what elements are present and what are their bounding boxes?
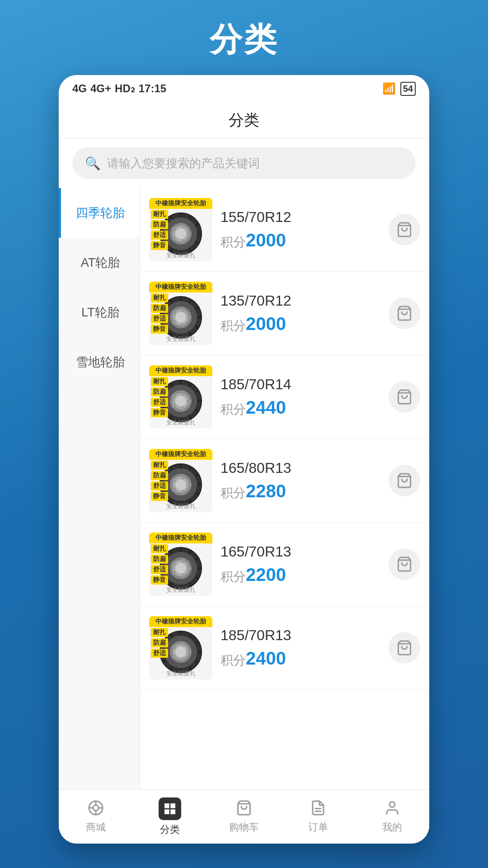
product-tag: 防扁 — [151, 555, 168, 564]
product-tag: 静音 — [151, 576, 168, 585]
sidebar: 四季轮胎AT轮胎LT轮胎雪地轮胎 — [59, 188, 140, 789]
product-name: 185/70R13 — [221, 627, 380, 644]
product-info: 155/70R12 积分2000 — [221, 209, 380, 251]
cart-nav-icon — [236, 800, 252, 818]
product-bottom-label: 安全耐磨扎 — [149, 419, 212, 427]
outer-page-title: 分类 — [210, 18, 278, 61]
nav-label-category: 分类 — [160, 823, 180, 836]
product-price-value: 2000 — [246, 230, 286, 250]
product-tag-list: 耐扎防扁舒适静音 — [151, 544, 168, 585]
product-info: 185/70R14 积分2440 — [221, 376, 380, 418]
product-tag: 静音 — [151, 241, 168, 250]
sidebar-item-lt[interactable]: LT轮胎 — [59, 288, 140, 337]
product-name: 135/70R12 — [221, 292, 380, 309]
product-tag: 耐扎 — [151, 544, 168, 553]
product-price: 积分2000 — [221, 230, 380, 251]
nav-item-category[interactable]: 分类 — [133, 797, 207, 836]
product-item: 中橡狼牌安全轮胎 耐扎防扁舒适静音 安全耐磨扎 165/70R13 积分2200 — [140, 523, 429, 606]
product-item: 中橡狼牌安全轮胎 耐扎防扁舒适 安全耐磨扎 185/70R13 积分2400 — [140, 606, 429, 690]
add-to-cart-button[interactable] — [389, 297, 420, 329]
svg-rect-145 — [170, 803, 175, 808]
signal-1: 4G — [72, 82, 87, 95]
product-tag: 舒适 — [151, 649, 168, 658]
add-to-cart-button[interactable] — [389, 214, 420, 245]
product-price-value: 2000 — [246, 314, 286, 334]
hd-indicator: HD₂ — [115, 82, 135, 95]
add-to-cart-button[interactable] — [389, 381, 420, 413]
product-tag: 耐扎 — [151, 377, 168, 386]
svg-point-139 — [93, 805, 99, 811]
product-top-label: 中橡狼牌安全轮胎 — [149, 616, 212, 627]
product-tag: 静音 — [151, 408, 168, 417]
product-price-value: 2280 — [246, 481, 286, 501]
svg-point-27 — [175, 312, 186, 323]
product-price: 积分2440 — [221, 397, 380, 418]
product-image: 中橡狼牌安全轮胎 耐扎防扁舒适静音 安全耐磨扎 — [149, 365, 212, 429]
order-nav-icon — [310, 800, 326, 818]
product-tag: 防扁 — [151, 638, 168, 647]
time: 17:15 — [139, 82, 166, 95]
product-list: 中橡狼牌安全轮胎 耐扎防扁舒适静音 安全耐磨扎 155/70R12 积分2000 — [140, 188, 429, 789]
sidebar-item-all-season[interactable]: 四季轮胎 — [59, 188, 140, 238]
add-to-cart-button[interactable] — [389, 632, 420, 664]
nav-item-order[interactable]: 订单 — [281, 800, 355, 834]
svg-rect-144 — [164, 803, 169, 808]
product-item: 中橡狼牌安全轮胎 耐扎防扁舒适静音 安全耐磨扎 155/70R12 积分2000 — [140, 188, 429, 272]
product-info: 165/70R13 积分2200 — [221, 543, 380, 585]
product-info: 185/70R13 积分2400 — [221, 627, 380, 669]
product-price: 积分2280 — [221, 481, 380, 502]
nav-item-mine[interactable]: 我的 — [355, 800, 429, 834]
product-tag: 防扁 — [151, 220, 168, 229]
nav-item-cart[interactable]: 购物车 — [207, 800, 281, 834]
status-bar: 4G 4G+ HD₂ 17:15 📶 54 — [59, 75, 429, 102]
shop-nav-icon — [88, 800, 104, 818]
product-tag: 舒适 — [151, 314, 168, 323]
search-bar[interactable]: 🔍 请输入您要搜索的产品关键词 — [72, 147, 416, 179]
product-tag: 防扁 — [151, 304, 168, 313]
search-container: 🔍 请输入您要搜索的产品关键词 — [59, 138, 429, 188]
product-item: 中橡狼牌安全轮胎 耐扎防扁舒适静音 安全耐磨扎 135/70R12 积分2000 — [140, 272, 429, 355]
product-image: 中橡狼牌安全轮胎 耐扎防扁舒适 安全耐磨扎 — [149, 616, 212, 679]
product-image: 中橡狼牌安全轮胎 耐扎防扁舒适静音 安全耐磨扎 — [149, 282, 212, 345]
svg-point-119 — [175, 646, 186, 657]
nav-label-shop: 商城 — [86, 821, 106, 834]
nav-item-shop[interactable]: 商城 — [59, 800, 133, 834]
main-content: 四季轮胎AT轮胎LT轮胎雪地轮胎 中橡狼牌安全轮胎 耐扎防扁舒适静音 安全耐磨扎… — [59, 188, 429, 789]
product-bottom-label: 安全耐磨扎 — [149, 335, 212, 343]
svg-point-4 — [175, 228, 186, 239]
product-tag: 耐扎 — [151, 628, 168, 637]
product-bottom-label: 安全耐磨扎 — [149, 670, 212, 678]
product-tag-list: 耐扎防扁舒适静音 — [151, 377, 168, 417]
sidebar-item-at[interactable]: AT轮胎 — [59, 238, 140, 288]
product-tag: 舒适 — [151, 231, 168, 240]
battery-indicator: 54 — [400, 82, 416, 96]
product-tag: 耐扎 — [151, 210, 168, 219]
phone-frame: 4G 4G+ HD₂ 17:15 📶 54 分类 🔍 请输入您要搜索的产品关键词… — [59, 75, 429, 844]
nav-label-order: 订单 — [308, 821, 328, 834]
add-to-cart-button[interactable] — [389, 465, 420, 496]
signal-2: 4G+ — [90, 82, 111, 95]
svg-rect-147 — [170, 809, 175, 814]
product-tag: 舒适 — [151, 481, 168, 491]
product-price-value: 2400 — [246, 648, 286, 668]
status-right: 📶 54 — [382, 82, 416, 96]
sidebar-item-snow[interactable]: 雪地轮胎 — [59, 337, 140, 387]
product-tag-list: 耐扎防扁舒适 — [151, 628, 168, 658]
product-price: 积分2400 — [221, 648, 380, 669]
svg-point-151 — [389, 802, 395, 807]
product-name: 155/70R12 — [221, 209, 380, 226]
product-info: 135/70R12 积分2000 — [221, 292, 380, 335]
product-name: 185/70R14 — [221, 376, 380, 393]
product-price-value: 2200 — [246, 565, 286, 585]
product-item: 中橡狼牌安全轮胎 耐扎防扁舒适静音 安全耐磨扎 185/70R14 积分2440 — [140, 355, 429, 439]
product-price: 积分2200 — [221, 565, 380, 585]
svg-point-50 — [175, 396, 186, 406]
app-header: 分类 — [59, 102, 429, 138]
product-tag: 舒适 — [151, 398, 168, 407]
product-image: 中橡狼牌安全轮胎 耐扎防扁舒适静音 安全耐磨扎 — [149, 533, 212, 596]
product-name: 165/70R13 — [221, 543, 380, 560]
wifi-icon: 📶 — [382, 82, 396, 95]
status-left: 4G 4G+ HD₂ 17:15 — [72, 82, 166, 95]
product-tag: 舒适 — [151, 565, 168, 574]
add-to-cart-button[interactable] — [389, 548, 420, 580]
